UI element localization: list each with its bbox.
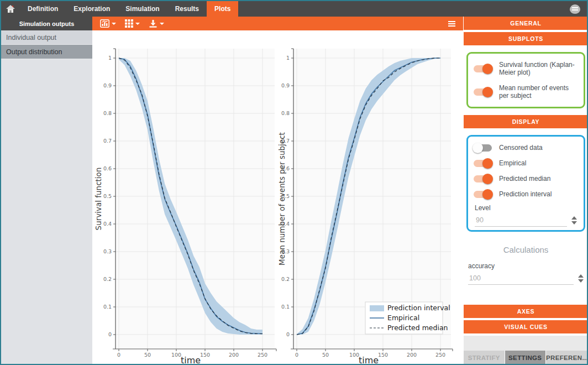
toggle-row-mean-events: Mean number of events per subject [470,80,581,103]
section-display[interactable]: DISPLAY [464,115,588,128]
level-stepper[interactable] [571,216,577,227]
export-button[interactable] [149,19,164,28]
tab-preferences[interactable]: PREFEREN... [546,351,588,365]
feedback-chat-icon[interactable] [570,4,580,14]
svg-text:0.4: 0.4 [103,221,112,227]
censored-data-toggle[interactable] [474,144,492,152]
app-window: Definition Exploration Simulation Result… [0,0,588,365]
prediction-interval-toggle[interactable] [474,191,492,198]
svg-text:100: 100 [171,352,181,358]
svg-text:0.5: 0.5 [103,193,112,199]
sidebar-item-output-distribution[interactable]: Output distribution [1,45,92,59]
step-up-icon[interactable] [571,216,577,220]
mean-events-toggle[interactable] [474,88,492,96]
svg-text:time: time [359,355,379,365]
svg-text:200: 200 [229,352,239,358]
tab-exploration[interactable]: Exploration [66,1,118,17]
sidebar-item-individual-output[interactable]: Individual output [1,30,92,45]
tab-plots[interactable]: Plots [207,1,238,17]
accuracy-stepper[interactable] [578,274,584,285]
svg-text:0.1: 0.1 [103,304,112,310]
tab-label: Results [175,5,199,13]
toggle-row-prediction-interval: Prediction interval [470,186,581,202]
plot-menu-button[interactable] [448,21,455,27]
svg-text:Empirical: Empirical [387,314,419,322]
svg-text:0: 0 [295,352,298,358]
tab-label: Exploration [74,5,110,13]
svg-text:0.8: 0.8 [103,110,112,116]
accuracy-input[interactable] [468,273,574,285]
svg-text:time: time [181,355,201,365]
svg-text:0: 0 [286,331,290,337]
chevron-down-icon [135,23,140,25]
svg-text:Prediction interval: Prediction interval [387,304,450,312]
survival-function-toggle[interactable] [474,65,492,72]
panel-empty-area [464,336,588,351]
toggle-label: Survival function (Kaplan-Meier plot) [499,61,578,76]
section-subplots[interactable]: SUBPLOTS [464,32,588,45]
home-icon [6,5,15,13]
svg-text:0.2: 0.2 [281,276,290,282]
export-download-icon [149,19,158,28]
tab-definition[interactable]: Definition [20,1,66,17]
chevron-down-icon [112,23,116,25]
tab-label: Definition [28,5,58,13]
svg-text:Predicted median: Predicted median [387,324,448,332]
svg-text:250: 250 [258,352,267,358]
top-nav: Definition Exploration Simulation Result… [1,1,587,17]
tab-stratify[interactable]: STRATIFY [464,351,505,365]
accuracy-field: accuracy [464,260,588,285]
step-down-icon[interactable] [571,221,577,225]
home-button[interactable] [1,1,20,17]
subplots-highlight-box: Survival function (Kaplan-Meier plot) Me… [466,52,585,108]
tab-results[interactable]: Results [167,1,207,17]
svg-text:0.7: 0.7 [103,138,112,144]
empirical-toggle[interactable] [474,160,492,167]
svg-text:0.9: 0.9 [103,82,112,88]
svg-text:0: 0 [108,331,112,337]
svg-text:Survival function: Survival function [94,168,103,231]
step-down-icon[interactable] [578,279,584,283]
toggle-label: Mean number of events per subject [499,84,578,100]
chart-type-icon [100,19,109,28]
outputs-header-label: Simulation outputs [19,20,75,27]
svg-text:0.9: 0.9 [281,82,290,88]
chevron-down-icon [160,23,164,25]
level-input[interactable] [475,215,567,227]
calculations-heading: Calculations [464,245,588,254]
chart-type-button[interactable] [100,19,116,28]
section-axes[interactable]: AXES [464,305,588,318]
svg-text:1: 1 [286,55,290,61]
sidebar-item-label: Individual output [6,34,56,41]
plot-toolbar [92,17,463,30]
tab-simulation[interactable]: Simulation [118,1,167,17]
plots-area: 00.10.20.30.40.50.60.70.80.9105010015020… [92,30,463,365]
svg-text:0.1: 0.1 [281,304,290,310]
section-visual-cues[interactable]: VISUAL CUES [464,320,588,333]
tab-settings[interactable]: SETTINGS [505,351,546,365]
svg-text:50: 50 [322,352,329,358]
sidebar: Individual output Output distribution [1,30,92,365]
section-general[interactable]: GENERAL [464,17,588,30]
svg-text:1: 1 [108,55,112,61]
tab-label: Simulation [125,5,159,13]
step-up-icon[interactable] [578,274,584,278]
toggle-row-predicted-median: Predicted median [470,171,581,186]
svg-text:50: 50 [144,352,151,358]
svg-text:Mean number of events per subj: Mean number of events per subject [277,132,286,265]
svg-text:0.8: 0.8 [281,110,290,116]
toggle-label: Empirical [499,159,526,167]
layout-grid-icon [125,19,133,28]
layout-grid-button[interactable] [125,19,140,28]
svg-text:0.3: 0.3 [103,248,112,254]
toggle-row-survival-function: Survival function (Kaplan-Meier plot) [470,57,581,80]
svg-text:150: 150 [200,352,210,358]
accuracy-label: accuracy [468,262,584,270]
predicted-median-toggle[interactable] [474,175,492,182]
sidebar-item-label: Output distribution [6,48,62,56]
svg-text:0.2: 0.2 [103,276,112,282]
svg-text:0.6: 0.6 [103,165,112,171]
toggle-row-censored-data: Censored data [470,140,581,155]
svg-text:100: 100 [349,352,359,358]
svg-text:0: 0 [117,352,120,358]
